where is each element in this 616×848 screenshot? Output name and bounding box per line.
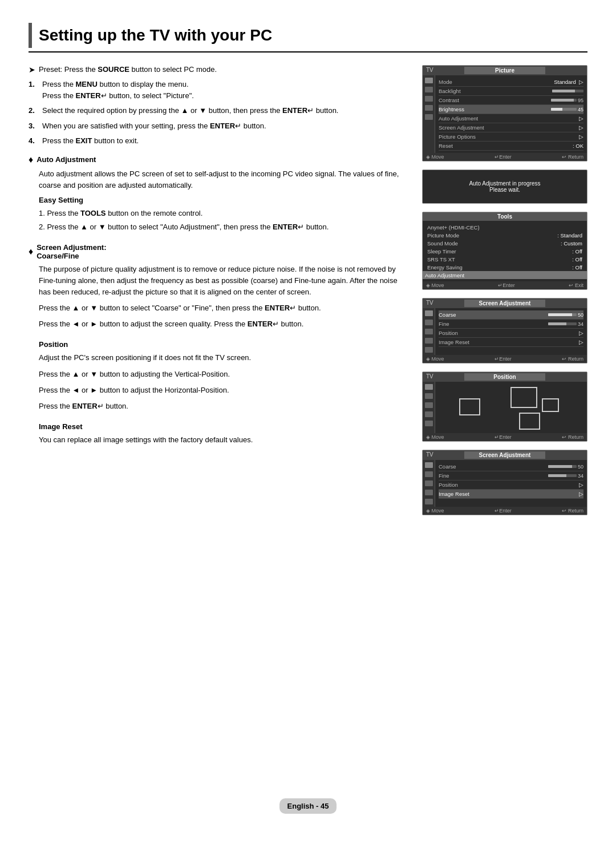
step-2-text: Select the required option by pressing t…: [42, 105, 338, 116]
tools-row-energy: Energy Saving: Off: [427, 263, 582, 271]
tv-screen-adj2-footer: ◈ Move ↵Enter ↩ Return: [423, 507, 587, 515]
tools-body: Anynet+ (HDMI-CEC) Picture Mode: Standar…: [423, 221, 587, 281]
easy-step-2: 2. Press the ▲ or ▼ button to select "Au…: [39, 221, 411, 233]
tv-position-body: [423, 382, 587, 433]
picture-row-screen-adj: Screen Adjustment ▷: [439, 123, 583, 132]
tv-picture-header: TV Picture: [423, 66, 587, 75]
position-step2: Press the ◄ or ► button to adjust the Ho…: [29, 385, 411, 396]
right-column: TV Picture Mode Standa: [422, 65, 587, 770]
sidebar-icon-s5: [425, 347, 433, 353]
screen-adjustment-header: ♦ Screen Adjustment:Coarse/Fine: [29, 243, 411, 260]
step-1: 1. Press the MENU button to display the …: [29, 79, 411, 101]
main-steps-list: 1. Press the MENU button to display the …: [29, 79, 411, 147]
sidebar-icon-a5: [425, 499, 433, 504]
tv-screen-adj2-title: Screen Adjustment: [464, 451, 545, 459]
sidebar-icon-p5: [425, 421, 433, 426]
sidebar-icon-a1: [425, 462, 433, 468]
position-step1: Press the ▲ or ▼ button to adjusting the…: [29, 369, 411, 380]
step-2: 2. Select the required option by pressin…: [29, 105, 411, 116]
screen-adj2-row-coarse: Coarse 50: [439, 462, 583, 471]
tv-label-4: TV: [426, 300, 464, 307]
sidebar-icon-2: [425, 87, 433, 92]
image-reset-header: Image Reset: [29, 422, 411, 431]
tv-screen-auto-adj: Auto Adjustment in progress Please wait.: [422, 169, 587, 204]
auto-adjustment-section: ♦ Auto Adjustment Auto adjustment allows…: [29, 155, 411, 233]
position-svg: [435, 382, 587, 433]
step-4-num: 4.: [29, 135, 38, 147]
sidebar-icon-s1: [425, 310, 433, 316]
tools-row-picture: Picture Mode: Standard: [427, 231, 582, 239]
screen-adj2-row-fine: Fine 34: [439, 471, 583, 480]
step-3-num: 3.: [29, 120, 38, 132]
tv-picture-sidebar: [423, 75, 435, 153]
tv-position-footer: ◈ Move ↵Enter ↩ Return: [423, 433, 587, 441]
footer-area: English - 45: [29, 781, 587, 814]
screen-adjustment-body: The purpose of picture quality adjustmen…: [29, 264, 411, 298]
tv-screen-adj-content: Coarse 50 Fine: [435, 308, 587, 355]
sidebar-icon-a3: [425, 480, 433, 486]
preset-line: ➤ Preset: Press the SOURCE button to sel…: [29, 65, 411, 74]
screen-adjustment-section: ♦ Screen Adjustment:Coarse/Fine The purp…: [29, 243, 411, 330]
tools-row-sound: Sound Mode: Custom: [427, 239, 582, 247]
sidebar-icon-s3: [425, 329, 433, 334]
auto-adjustment-body: Auto adjustment allows the PC screen of …: [29, 168, 411, 191]
tv-screen-adj2-header: TV Screen Adjustment: [423, 450, 587, 460]
sidebar-icon-p4: [425, 411, 433, 417]
picture-row-contrast: Contrast 95: [439, 96, 583, 105]
diamond-icon-auto: ♦: [29, 155, 33, 165]
position-body: Adjust the PC's screen positioning if it…: [29, 352, 411, 364]
step-3-text: When you are satisfied with your setting…: [42, 120, 266, 132]
auto-adjustment-title: Auto Adjustment: [37, 155, 96, 164]
tools-row-sleep: Sleep Timer: Off: [427, 247, 582, 255]
tv-position-title: Position: [464, 373, 545, 381]
tv-screen-adj-sidebar: [423, 308, 435, 355]
tv-screen-screen-adj2: TV Screen Adjustment Coarse: [422, 450, 587, 515]
screen-adjustment-title: Screen Adjustment:Coarse/Fine: [37, 243, 106, 260]
step-4-text: Press the EXIT button to exit.: [42, 135, 139, 147]
content-area: ➤ Preset: Press the SOURCE button to sel…: [29, 65, 587, 770]
svg-rect-0: [511, 387, 537, 407]
image-reset-body: You can replace all image settings with …: [29, 434, 411, 446]
screen-adj-row-image-reset: Image Reset ▷: [439, 338, 583, 347]
tools-footer: ◈ Move ↵Enter ↩ Exit: [423, 281, 587, 289]
image-reset-title: Image Reset: [29, 422, 83, 431]
tv-position-content: [435, 382, 587, 433]
tv-screen-adj2-content: Coarse 50 Fine: [435, 460, 587, 507]
sidebar-icon-s4: [425, 338, 433, 344]
picture-row-options: Picture Options ▷: [439, 132, 583, 142]
sidebar-icon-1: [425, 78, 433, 83]
auto-adjustment-header: ♦ Auto Adjustment: [29, 155, 411, 165]
sidebar-icon-3: [425, 96, 433, 102]
diamond-icon-screen: ♦: [29, 247, 33, 257]
svg-rect-1: [460, 399, 480, 415]
easy-step-1: 1. Press the TOOLS button on the remote …: [39, 208, 411, 219]
picture-row-mode: Mode Standard ▷: [439, 78, 583, 87]
tv-label-5: TV: [426, 373, 464, 381]
tv-screen-adj-header: TV Screen Adjustment: [423, 298, 587, 308]
tv-picture-body: Mode Standard ▷ Backlight: [423, 75, 587, 153]
tv-picture-title: Picture: [464, 67, 545, 74]
sidebar-icon-p2: [425, 393, 433, 399]
sidebar-icon-s2: [425, 320, 433, 325]
tv-screen-screen-adj: TV Screen Adjustment Coarse: [422, 298, 587, 364]
step-3: 3. When you are satisfied with your sett…: [29, 120, 411, 132]
svg-rect-3: [520, 413, 540, 429]
tv-screen-adj-body: Coarse 50 Fine: [423, 308, 587, 355]
preset-arrow-icon: ➤: [29, 65, 35, 74]
screen-adj-row-coarse: Coarse 50: [439, 310, 583, 320]
picture-row-backlight: Backlight: [439, 87, 583, 96]
page-title: Setting up the TV with your PC: [39, 26, 272, 45]
tv-header-right-1: [545, 67, 583, 74]
image-reset-section: Image Reset You can replace all image se…: [29, 422, 411, 446]
screen-adj2-row-image-reset: Image Reset ▷: [439, 490, 583, 499]
tv-screen-adj2-body: Coarse 50 Fine: [423, 460, 587, 507]
screen-adj-row-fine: Fine 34: [439, 320, 583, 329]
easy-setting-steps: 1. Press the TOOLS button on the remote …: [29, 208, 411, 233]
left-column: ➤ Preset: Press the SOURCE button to sel…: [29, 65, 411, 770]
sidebar-icon-a2: [425, 471, 433, 477]
picture-row-brightness: Brightness 45: [439, 105, 583, 114]
position-step3: Press the ENTER↵ button.: [29, 401, 411, 412]
easy-setting-title: Easy Setting: [29, 196, 411, 204]
tv-header-right-4: [545, 300, 583, 307]
title-bar: Setting up the TV with your PC: [29, 23, 587, 53]
